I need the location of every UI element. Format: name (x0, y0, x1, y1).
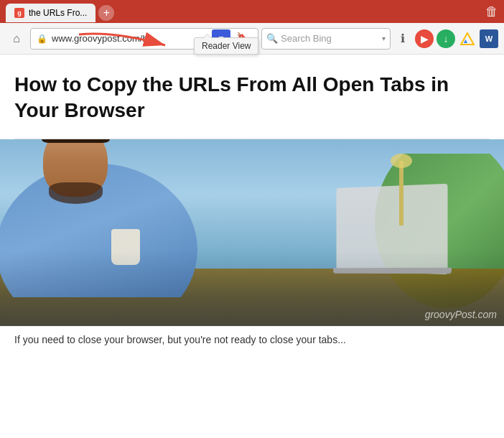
watermark: groovyPost.com (425, 309, 497, 320)
search-dropdown-arrow[interactable]: ▾ (382, 34, 386, 42)
svg-text:▲: ▲ (462, 37, 469, 45)
tooltip-text: Reader View (202, 41, 251, 51)
browser-tab[interactable]: g the URLs Fro... (6, 4, 95, 22)
article-excerpt: If you need to close your browser, but y… (0, 326, 504, 353)
close-window-icon[interactable]: 🗑 (485, 4, 498, 19)
search-icon: 🔍 (266, 33, 278, 44)
new-tab-button[interactable]: + (98, 5, 114, 21)
info-icon: ℹ (401, 32, 405, 45)
download-icon: ↓ (444, 33, 449, 45)
drive-button[interactable]: ▲ (458, 29, 477, 48)
search-placeholder-text: Search Bing (281, 33, 379, 44)
info-button[interactable]: ℹ (393, 29, 412, 48)
home-icon: ⌂ (13, 32, 20, 45)
download-button[interactable]: ↓ (437, 29, 455, 48)
toolbar-icons: ℹ ▶ ↓ ▲ W (393, 29, 498, 48)
word-icon: W (485, 34, 493, 43)
drive-icon: ▲ (460, 32, 475, 45)
word-button[interactable]: W (480, 29, 498, 48)
address-text: www.groovypost.com/h... (52, 33, 207, 44)
reader-view-tooltip: Reader View (194, 37, 258, 55)
article-image: groovyPost.com (0, 139, 504, 326)
search-bar[interactable]: 🔍 Search Bing ▾ (261, 28, 391, 50)
article-content: How to Copy the URLs From All Open Tabs … (0, 55, 504, 139)
article-title: How to Copy the URLs From All Open Tabs … (14, 72, 490, 124)
home-button[interactable]: ⌂ (6, 28, 27, 50)
media-button[interactable]: ▶ (415, 29, 434, 48)
excerpt-text: If you need to close your browser, but y… (14, 334, 346, 345)
tab-favicon: g (14, 8, 24, 18)
lock-icon: 🔒 (37, 34, 47, 44)
title-bar: g the URLs Fro... + 🗑 (0, 0, 504, 23)
play-icon: ▶ (421, 33, 429, 45)
tab-label: the URLs Fro... (29, 8, 87, 18)
